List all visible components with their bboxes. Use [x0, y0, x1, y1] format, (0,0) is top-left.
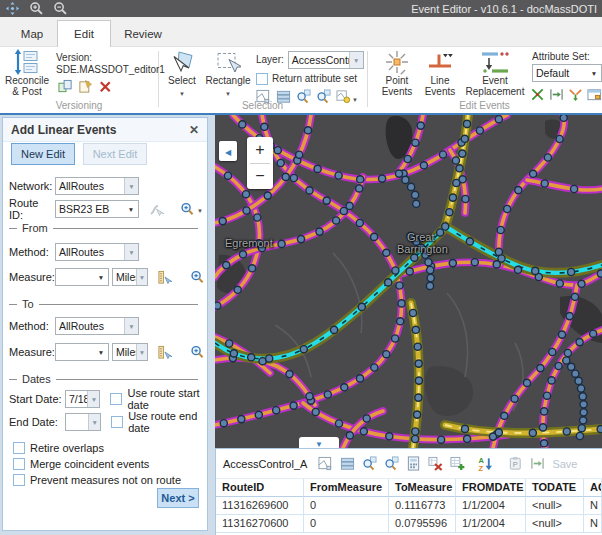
calculate-icon[interactable]	[406, 456, 421, 471]
chevron-down-icon[interactable]	[124, 318, 138, 334]
chevron-down-icon[interactable]	[94, 269, 108, 285]
column-header[interactable]: AC	[584, 479, 602, 497]
ribbon-tab-bar: Map Edit Review	[0, 17, 602, 47]
from-method-label: Method:	[9, 246, 49, 258]
chevron-down-icon[interactable]	[94, 344, 108, 360]
tab-map[interactable]: Map	[10, 21, 54, 47]
use-route-start-checkbox[interactable]	[110, 393, 122, 405]
to-measure-input[interactable]	[55, 343, 109, 361]
next-button[interactable]: Next >	[157, 488, 199, 508]
from-measure-input[interactable]	[55, 268, 109, 286]
network-label: Network:	[9, 180, 49, 192]
sort-icon[interactable]	[478, 456, 493, 471]
new-edit-button[interactable]: New Edit	[11, 143, 75, 165]
pan-icon[interactable]	[5, 1, 20, 16]
split-record-icon[interactable]	[530, 456, 545, 471]
pan-to-record-icon[interactable]	[384, 456, 399, 471]
to-method-select[interactable]: AllRoutes	[55, 317, 139, 335]
ribbon: Reconcile & Post Version: SDE.MASSDOT_ed…	[0, 47, 602, 115]
attribute-set-select[interactable]: Default	[532, 64, 602, 82]
zoom-to-route-icon[interactable]	[180, 202, 195, 217]
from-section-divider: From	[9, 222, 198, 234]
copy-record-icon[interactable]	[508, 456, 523, 471]
return-attribute-checkbox[interactable]	[256, 73, 268, 85]
panel-header: Add Linear Events ✕	[3, 118, 207, 142]
table-toolbar: AccessControl_A Save	[216, 449, 602, 479]
post-icon[interactable]	[78, 79, 93, 94]
map-view[interactable]: Egremont Great Barrington + −	[215, 115, 602, 448]
zoom-to-measure-icon[interactable]	[190, 270, 205, 285]
column-header[interactable]: FromMeasure	[304, 479, 389, 497]
chevron-down-icon[interactable]	[136, 344, 147, 360]
zoom-out-button[interactable]: −	[247, 164, 273, 190]
merge-coincident-checkbox[interactable]	[13, 458, 25, 470]
prevent-measures-checkbox[interactable]	[13, 474, 25, 486]
network-select[interactable]: AllRoutes	[55, 177, 139, 195]
map-zoom-control: + −	[247, 137, 273, 189]
event-replacement-button[interactable]: Event Replacement	[462, 49, 528, 97]
chevron-down-icon[interactable]	[587, 65, 601, 81]
to-measure-label: Measure:	[9, 346, 49, 358]
panel-title: Add Linear Events	[11, 123, 116, 137]
start-date-label: Start Date:	[9, 393, 65, 405]
select-records-icon[interactable]	[318, 456, 333, 471]
zoom-out-icon[interactable]	[53, 1, 68, 16]
zoom-in-icon[interactable]	[29, 1, 44, 16]
save-button[interactable]: Save	[552, 458, 577, 470]
tab-edit[interactable]: Edit	[57, 20, 111, 47]
delete-record-icon[interactable]	[428, 456, 443, 471]
select-route-icon[interactable]	[149, 202, 164, 217]
reconcile-post-button[interactable]: Reconcile & Post	[2, 49, 52, 97]
from-method-select[interactable]: AllRoutes	[55, 243, 139, 261]
chevron-down-icon[interactable]	[124, 201, 138, 217]
chevron-down-icon[interactable]	[349, 52, 363, 68]
close-icon[interactable]: ✕	[189, 123, 199, 137]
chevron-down-icon[interactable]	[136, 269, 147, 285]
next-edit-button[interactable]: Next Edit	[83, 143, 147, 165]
selection-group-label: Selection	[158, 100, 367, 111]
app-title: Event Editor - v10.6.1 - docMassDOTI	[411, 3, 597, 15]
table-row[interactable]: 11316269600 0 0.1116773 1/1/2004 <null> …	[216, 497, 602, 515]
rectangle-select-icon	[215, 49, 241, 75]
collapse-table-button[interactable]	[299, 437, 339, 448]
add-record-icon[interactable]	[450, 456, 465, 471]
to-units-select[interactable]: Miles	[112, 343, 148, 361]
column-header[interactable]: TODATE	[526, 479, 584, 497]
column-header[interactable]: FROMDATE	[456, 479, 526, 497]
zoom-in-button[interactable]: +	[247, 137, 273, 163]
zoom-to-record-icon[interactable]	[362, 456, 377, 471]
tab-review[interactable]: Review	[118, 21, 168, 47]
retire-overlaps-checkbox[interactable]	[13, 442, 25, 454]
show-all-records-icon[interactable]	[340, 456, 355, 471]
layer-row: Layer: AccessControl_A	[256, 51, 364, 69]
chevron-down-icon[interactable]	[124, 178, 138, 194]
line-events-button[interactable]: Line Events	[420, 49, 460, 97]
point-events-button[interactable]: Point Events	[378, 49, 416, 97]
select-button[interactable]: Select	[163, 49, 201, 99]
collapse-panel-button[interactable]	[219, 141, 237, 161]
from-units-select[interactable]: Miles	[112, 268, 148, 286]
start-date-input[interactable]: 7/18/	[65, 390, 100, 408]
use-route-end-checkbox[interactable]	[111, 416, 123, 428]
column-header[interactable]: RouteID	[216, 479, 304, 497]
table-row[interactable]: 11316270600 0 0.0795596 1/1/2004 <null> …	[216, 515, 602, 533]
measure-on-map-icon[interactable]	[157, 270, 172, 285]
rectangle-button[interactable]: Rectangle	[205, 49, 251, 99]
line-events-icon	[427, 49, 453, 75]
reconcile-icon[interactable]	[58, 79, 73, 94]
chevron-down-icon[interactable]	[124, 244, 138, 260]
route-id-select[interactable]: BSR23 EB	[55, 200, 139, 218]
event-replacement-icon	[478, 49, 512, 75]
measure-on-map-icon[interactable]	[157, 345, 172, 360]
column-header[interactable]: ToMeasure	[389, 479, 456, 497]
chevron-down-icon[interactable]	[88, 414, 100, 430]
layer-select[interactable]: AccessControl_A	[288, 51, 364, 69]
end-date-input[interactable]	[65, 413, 101, 431]
zoom-to-measure-icon[interactable]	[190, 345, 205, 360]
collapse-panel-icon	[225, 145, 231, 157]
delete-version-icon[interactable]	[98, 79, 113, 94]
select-dropdown[interactable]	[179, 88, 185, 100]
rectangle-dropdown[interactable]	[225, 88, 231, 100]
zoom-route-dropdown[interactable]	[197, 203, 203, 215]
chevron-down-icon[interactable]	[87, 391, 99, 407]
